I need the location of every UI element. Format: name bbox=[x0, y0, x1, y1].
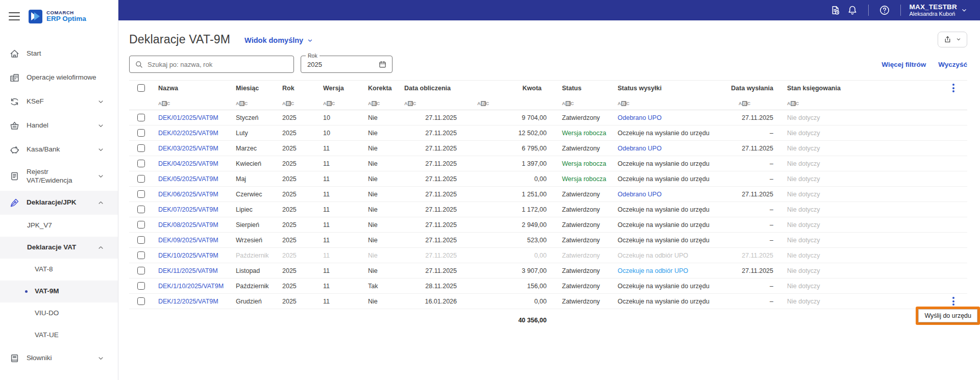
table-row[interactable]: DEK/02/2025/VAT9M Luty 2025 10 Nie 27.11… bbox=[129, 125, 967, 141]
column-header-miesiac[interactable]: Miesiąc bbox=[230, 85, 277, 92]
column-filter-icon[interactable]: ABC bbox=[368, 101, 380, 106]
table-row[interactable]: DEK/1/10/2025/VAT9M Październik 2025 11 … bbox=[129, 278, 967, 294]
row-checkbox[interactable] bbox=[137, 190, 145, 198]
row-checkbox[interactable] bbox=[137, 282, 145, 290]
column-header-rok[interactable]: Rok bbox=[277, 85, 317, 92]
declaration-link[interactable]: DEK/11/2025/VAT9M bbox=[158, 267, 218, 274]
table-row[interactable]: DEK/09/2025/VAT9M Wrzesień 2025 11 Nie 2… bbox=[129, 233, 967, 248]
table-row[interactable]: DEK/11/2025/VAT9M Listopad 2025 11 Nie 2… bbox=[129, 263, 967, 278]
table-row[interactable]: DEK/05/2025/VAT9M Maj 2025 11 Nie 27.11.… bbox=[129, 171, 967, 187]
table-row[interactable]: DEK/01/2025/VAT9M Styczeń 2025 10 Nie 27… bbox=[129, 110, 967, 125]
column-filter-icon[interactable]: ABC bbox=[236, 101, 248, 106]
sidebar-item-vat-ue[interactable]: VAT-UE bbox=[0, 324, 118, 346]
user-menu[interactable]: MAX_TESTBR Aleksandra Kuboń bbox=[909, 3, 968, 17]
row-checkbox[interactable] bbox=[137, 175, 145, 183]
column-header-kwota[interactable]: Kwota bbox=[471, 85, 548, 92]
cell-status-wysylki[interactable]: Odebrano UPO bbox=[613, 114, 722, 121]
select-all-checkbox[interactable] bbox=[137, 84, 145, 92]
column-header-stan-ksiegowania[interactable]: Stan księgowania bbox=[776, 85, 939, 92]
column-header-data-wyslania[interactable]: Data wysłania bbox=[722, 85, 776, 92]
help-icon[interactable] bbox=[876, 2, 893, 19]
cell-stan-ksiegowania: Nie dotyczy bbox=[776, 130, 939, 137]
column-filter-icon[interactable]: ABC bbox=[562, 101, 574, 106]
row-checkbox[interactable] bbox=[137, 221, 145, 229]
column-filter-icon[interactable]: ABC bbox=[158, 101, 170, 106]
cell-kwota: 1 172,00 bbox=[471, 206, 548, 213]
hamburger-menu-icon[interactable] bbox=[9, 12, 20, 20]
column-filter-icon[interactable]: ABC bbox=[404, 101, 416, 106]
table-menu-icon[interactable] bbox=[951, 82, 956, 94]
column-filter-icon[interactable]: ABC bbox=[739, 101, 751, 106]
search-field[interactable] bbox=[129, 56, 294, 73]
table-row[interactable]: DEK/07/2025/VAT9M Lipiec 2025 11 Nie 27.… bbox=[129, 202, 967, 217]
view-selector[interactable]: Widok domyślny bbox=[244, 36, 313, 44]
sidebar-item-kasa-bank[interactable]: Kasa/Bank bbox=[0, 138, 118, 162]
declaration-link[interactable]: DEK/09/2025/VAT9M bbox=[158, 237, 218, 244]
cell-status-wysylki[interactable]: Odebrano UPO bbox=[613, 191, 722, 198]
declaration-link[interactable]: DEK/10/2025/VAT9M bbox=[158, 252, 218, 259]
column-filter-icon[interactable]: ABC bbox=[477, 101, 489, 106]
sidebar-item-jpk-v7[interactable]: JPK_V7 bbox=[0, 215, 118, 237]
row-menu-icon[interactable] bbox=[951, 295, 956, 307]
sidebar-item-deklaracje-jpk[interactable]: Deklaracje/JPK bbox=[0, 191, 118, 215]
year-field[interactable]: Rok 2025 bbox=[301, 56, 393, 73]
sidebar-item-start[interactable]: Start bbox=[0, 42, 118, 66]
row-checkbox[interactable] bbox=[137, 206, 145, 213]
column-filter-icon[interactable]: ABC bbox=[787, 101, 799, 106]
declaration-link[interactable]: DEK/12/2025/VAT9M bbox=[158, 298, 218, 305]
declaration-link[interactable]: DEK/1/10/2025/VAT9M bbox=[158, 283, 224, 290]
column-filter-icon[interactable]: ABC bbox=[618, 101, 630, 106]
export-button[interactable] bbox=[938, 32, 967, 47]
column-header-nazwa[interactable]: Nazwa bbox=[153, 85, 230, 92]
chevron-down-icon bbox=[955, 36, 962, 42]
table-row[interactable]: DEK/08/2025/VAT9M Sierpień 2025 11 Nie 2… bbox=[129, 217, 967, 233]
row-checkbox[interactable] bbox=[137, 297, 145, 305]
column-header-wersja[interactable]: Wersja bbox=[317, 85, 362, 92]
declaration-link[interactable]: DEK/06/2025/VAT9M bbox=[158, 191, 218, 198]
row-checkbox[interactable] bbox=[137, 160, 145, 167]
search-input[interactable] bbox=[148, 61, 288, 68]
sidebar-item-słowniki[interactable]: Słowniki bbox=[0, 346, 118, 370]
sidebar-item-viu-do[interactable]: VIU-DO bbox=[0, 302, 118, 324]
sidebar-item-vat-9m[interactable]: VAT-9M bbox=[0, 281, 118, 302]
sidebar-item-vat-8[interactable]: VAT-8 bbox=[0, 259, 118, 281]
table-row[interactable]: DEK/10/2025/VAT9M Październik 2025 11 Ni… bbox=[129, 248, 967, 263]
column-header-status[interactable]: Status bbox=[548, 85, 613, 92]
declaration-link[interactable]: DEK/05/2025/VAT9M bbox=[158, 175, 218, 183]
cell-miesiac: Maj bbox=[230, 175, 277, 183]
calendar-icon[interactable] bbox=[378, 60, 387, 69]
send-to-office-menu-item[interactable]: Wyślij do urzędu bbox=[918, 309, 977, 322]
row-checkbox[interactable] bbox=[137, 267, 145, 274]
row-checkbox[interactable] bbox=[137, 114, 145, 121]
sidebar-item-handel[interactable]: Handel bbox=[0, 114, 118, 138]
row-checkbox[interactable] bbox=[137, 129, 145, 137]
clear-filters-link[interactable]: Wyczyść bbox=[938, 61, 967, 68]
declaration-link[interactable]: DEK/03/2025/VAT9M bbox=[158, 145, 218, 152]
declaration-link[interactable]: DEK/08/2025/VAT9M bbox=[158, 221, 218, 229]
notifications-bell-icon[interactable] bbox=[844, 2, 861, 19]
sidebar-item-rejestr-vat-ewidencja[interactable]: RejestrVAT/Ewidencja bbox=[0, 162, 118, 191]
sidebar-item-deklaracje-vat[interactable]: Deklaracje VAT bbox=[0, 237, 118, 259]
table-row[interactable]: DEK/12/2025/VAT9M Grudzień 2025 11 Nie 1… bbox=[129, 294, 967, 309]
row-checkbox[interactable] bbox=[137, 236, 145, 244]
row-checkbox[interactable] bbox=[137, 144, 145, 152]
table-row[interactable]: DEK/03/2025/VAT9M Marzec 2025 11 Nie 27.… bbox=[129, 141, 967, 156]
sidebar-item-operacje-wielofirmowe[interactable]: Operacje wielofirmowe bbox=[0, 66, 118, 90]
cell-status-wysylki[interactable]: Oczekuje na odbiór UPO bbox=[613, 267, 722, 274]
declaration-link[interactable]: DEK/01/2025/VAT9M bbox=[158, 114, 218, 121]
table-row[interactable]: DEK/04/2025/VAT9M Kwiecień 2025 11 Nie 2… bbox=[129, 156, 967, 171]
column-filter-icon[interactable]: ABC bbox=[323, 101, 335, 106]
column-header-data-obliczenia[interactable]: Data obliczenia bbox=[399, 85, 471, 92]
sidebar-item-ksef[interactable]: KSeF bbox=[0, 90, 118, 114]
declaration-link[interactable]: DEK/04/2025/VAT9M bbox=[158, 160, 218, 167]
report-document-icon[interactable] bbox=[826, 2, 844, 19]
row-checkbox[interactable] bbox=[137, 251, 145, 259]
declaration-link[interactable]: DEK/07/2025/VAT9M bbox=[158, 206, 218, 213]
column-header-status-wysylki[interactable]: Status wysyłki bbox=[613, 85, 722, 92]
more-filters-link[interactable]: Więcej filtrów bbox=[881, 61, 926, 68]
cell-status-wysylki[interactable]: Odebrano UPO bbox=[613, 145, 722, 152]
declaration-link[interactable]: DEK/02/2025/VAT9M bbox=[158, 130, 218, 137]
column-header-korekta[interactable]: Korekta bbox=[362, 85, 399, 92]
column-filter-icon[interactable]: ABC bbox=[282, 101, 295, 106]
table-row[interactable]: DEK/06/2025/VAT9M Czerwiec 2025 11 Nie 2… bbox=[129, 187, 967, 202]
